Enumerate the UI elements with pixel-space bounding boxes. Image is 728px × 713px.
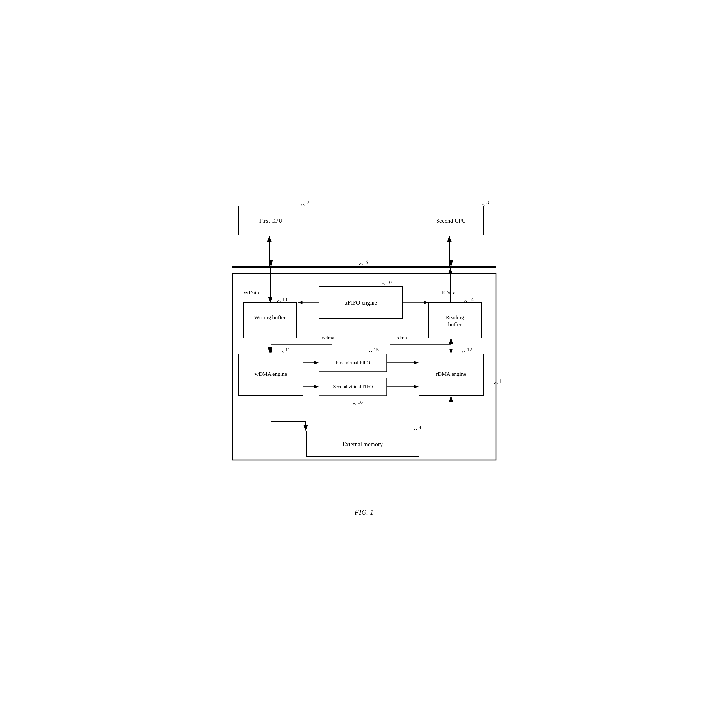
ref-1: 1 [499, 378, 502, 384]
writing-buffer-label: Writing buffer [254, 315, 286, 321]
wdma-label-text: wDMA engine [254, 371, 287, 377]
ref-12: 12 [467, 347, 472, 352]
rdma-label: rdma [396, 335, 407, 340]
ext-mem-label: External memory [342, 441, 383, 447]
first-vfifo-label: First virtual FIFO [336, 360, 370, 365]
first-cpu-label: First CPU [259, 218, 283, 224]
ref-11: 11 [286, 347, 290, 352]
second-cpu-label: Second CPU [436, 218, 466, 224]
bus-label: B [364, 259, 368, 265]
wdma-label: wdma [322, 335, 334, 340]
ref-4: 4 [419, 425, 422, 430]
diagram-container: First CPU 2 Second CPU 3 B 1 WData [220, 197, 509, 516]
ref-13: 13 [282, 297, 287, 302]
second-vfifo-label: Second virtual FIFO [333, 384, 372, 389]
rdma-label-text: rDMA engine [436, 371, 466, 377]
ref-10: 10 [387, 280, 392, 285]
ref-3: 3 [486, 200, 489, 206]
ref-15: 15 [374, 347, 379, 352]
ref-2: 2 [306, 200, 309, 206]
reading-buffer-label: Reading [445, 315, 464, 321]
reading-buffer-label2: buffer [448, 321, 462, 328]
bus-b-curve [359, 264, 363, 265]
ref-16: 16 [358, 400, 363, 405]
xfifo-label: xFIFO engine [345, 300, 377, 306]
figure-title: FIG. 1 [220, 508, 509, 516]
rdata-label: RData [441, 289, 456, 296]
ref-3-curve [481, 204, 485, 206]
wdata-label: WData [244, 289, 259, 296]
ref-14: 14 [469, 297, 474, 302]
ref-2-curve [302, 204, 305, 206]
main-diagram: First CPU 2 Second CPU 3 B 1 WData [220, 197, 509, 502]
